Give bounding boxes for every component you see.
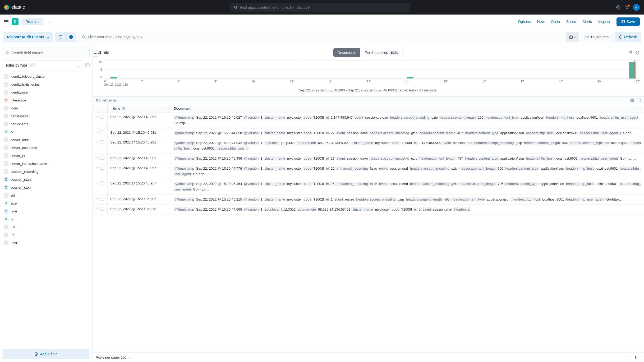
field-item[interactable]: tsession_recording <box>3 168 90 175</box>
doc-key: headers.http_host <box>511 197 541 201</box>
info-icon[interactable]: i <box>85 63 90 67</box>
doc-key: @timestamp <box>174 115 195 119</box>
row-checkbox[interactable] <box>100 197 104 201</box>
app-header: D Discover ⌄ Options New Open Share Aler… <box>0 15 644 29</box>
field-item[interactable]: tlogin <box>3 104 90 112</box>
field-item[interactable]: tuid <box>3 223 90 231</box>
table-toolbar: ⇅ 1 field sorted <box>93 96 644 104</box>
field-item[interactable]: session_start <box>3 175 90 183</box>
expand-icon[interactable]: ⤢ <box>96 131 99 134</box>
field-item[interactable]: tsid <box>3 191 90 199</box>
prev-page[interactable]: ‹ <box>630 355 631 359</box>
field-search-input[interactable] <box>11 51 87 55</box>
field-item[interactable]: session_stop <box>3 183 90 191</box>
expand-icon[interactable]: ⤢ <box>96 166 99 169</box>
row-checkbox[interactable] <box>100 140 104 144</box>
field-item[interactable]: tidentity.user <box>3 88 90 96</box>
nav-open[interactable]: Open <box>551 20 560 24</box>
doc-key: @timestamp <box>174 182 195 186</box>
field-item[interactable]: turl <box>3 231 90 239</box>
field-search[interactable] <box>3 48 90 58</box>
expand-icon[interactable]: ⤢ <box>96 197 99 200</box>
row-checkbox[interactable] <box>100 156 104 160</box>
field-item[interactable]: time <box>3 207 90 215</box>
global-search-input[interactable] <box>240 5 407 10</box>
refresh-button[interactable]: Refresh <box>615 32 641 42</box>
field-item[interactable]: tidentity.teleport_cluster <box>3 72 90 80</box>
chart-bar[interactable] <box>407 77 413 78</box>
nav-toggle-icon[interactable] <box>4 19 8 24</box>
row-checkbox[interactable] <box>100 115 104 119</box>
app-name-pill[interactable]: Discover <box>22 18 43 25</box>
histogram-chart[interactable]: 10 5 0 6'7'8'9'10'11'12'13'14'15'16'17'1… <box>93 60 644 96</box>
beta-badge: BETA <box>389 51 399 55</box>
chart-options-icon[interactable] <box>628 50 632 55</box>
expand-icon[interactable]: ⤢ <box>96 207 99 210</box>
field-item[interactable]: tserver_id <box>3 152 90 160</box>
field-item[interactable]: #size <box>3 199 90 207</box>
filter-by-type[interactable]: Filter by type 0 ⌄ <box>3 60 83 70</box>
field-item[interactable]: tserver_labels.hostname <box>3 160 90 168</box>
row-checkbox[interactable] <box>100 207 104 211</box>
chevron-down-icon[interactable]: ⌄ <box>639 107 641 110</box>
field-item[interactable]: tserver_addr <box>3 136 90 144</box>
filter-icon-button[interactable] <box>55 32 66 42</box>
field-item[interactable]: tnamespace <box>3 112 90 120</box>
nav-options[interactable]: Options <box>518 20 531 24</box>
query-bar[interactable] <box>79 32 564 42</box>
save-button[interactable]: Save <box>617 17 640 26</box>
settings-icon[interactable] <box>635 50 640 55</box>
svg-point-12 <box>6 100 7 101</box>
add-filter-button[interactable] <box>66 32 76 42</box>
row-checkbox[interactable] <box>100 131 104 134</box>
data-view-select[interactable]: Teleport Audit Events ⌄ <box>3 32 53 42</box>
nav-new[interactable]: New <box>537 20 545 24</box>
elastic-logo[interactable]: elastic <box>4 4 25 10</box>
chart-caption: Sep 22, 2022 @ 15:05:46.603 - Sep 22, 20… <box>97 86 640 94</box>
columns-icon[interactable] <box>630 98 634 103</box>
field-item[interactable]: interactive <box>3 96 90 104</box>
fullscreen-icon[interactable] <box>637 98 641 103</box>
tab-documents[interactable]: Documents <box>333 48 361 57</box>
help-icon[interactable] <box>616 5 621 10</box>
current-page[interactable]: 1 <box>634 355 636 359</box>
doc-key: enhanced_recording <box>335 166 369 170</box>
field-item[interactable]: tparticipants <box>3 120 90 128</box>
column-time[interactable]: ↓ time ⌄ <box>107 104 171 113</box>
nav-inspect[interactable]: Inspect <box>598 20 610 24</box>
field-item[interactable]: tuser <box>3 239 90 247</box>
tab-field-statistics[interactable]: Field statistics BETA <box>360 48 403 57</box>
svg-point-9 <box>6 52 8 54</box>
nav-alerts[interactable]: Alerts <box>582 20 592 24</box>
field-item[interactable]: tserver_hostname <box>3 144 90 152</box>
row-checkbox[interactable] <box>100 166 104 170</box>
date-quick-select[interactable]: ⌄ <box>567 32 579 42</box>
doc-key: headers.content_type <box>504 166 539 170</box>
expand-icon[interactable]: ⤢ <box>96 115 99 118</box>
expand-icon[interactable]: ⤢ <box>96 181 99 185</box>
expand-icon[interactable]: ⤢ <box>96 140 99 144</box>
field-type-icon: t <box>4 193 8 198</box>
field-item[interactable]: #rx <box>3 128 90 136</box>
global-search[interactable] <box>231 3 410 12</box>
app-badge[interactable]: D <box>12 18 19 25</box>
doc-key: event <box>335 156 346 160</box>
doc-key: headers.accept_encoding <box>473 141 515 145</box>
row-checkbox[interactable] <box>100 181 104 185</box>
sort-badge[interactable]: ⇅ 1 field sorted <box>96 99 117 102</box>
newsfeed-icon[interactable] <box>624 5 629 10</box>
collapse-sidebar-icon[interactable]: ⇤ <box>93 50 98 57</box>
nav-share[interactable]: Share <box>566 20 576 24</box>
chart-bar[interactable] <box>111 77 117 78</box>
column-document[interactable]: Document ⌄ <box>171 104 644 113</box>
field-item[interactable]: tidentity.traits.logins <box>3 80 90 88</box>
next-page[interactable]: › <box>640 355 641 359</box>
field-item[interactable]: #tx <box>3 215 90 223</box>
chevron-down-icon[interactable]: ⌄ <box>166 107 168 110</box>
expand-icon[interactable]: ⤢ <box>96 156 99 159</box>
query-input[interactable] <box>88 35 561 39</box>
add-field-button[interactable]: Add a field <box>3 349 90 359</box>
rows-per-page[interactable]: Rows per page: 100 ⌄ <box>96 355 130 359</box>
date-picker[interactable]: ⌄ Last 15 minutes <box>566 32 613 42</box>
user-avatar[interactable]: e <box>633 4 640 11</box>
